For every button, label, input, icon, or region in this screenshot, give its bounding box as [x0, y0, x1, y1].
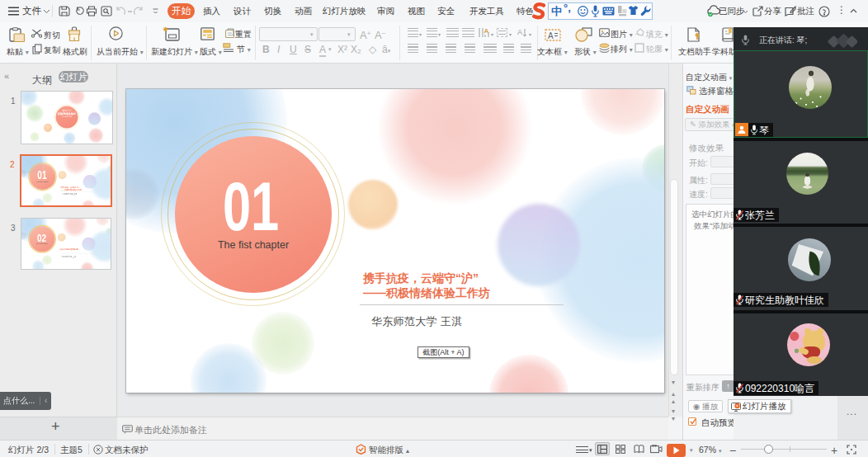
svg-text:A: A [517, 28, 522, 36]
svg-text:A: A [548, 31, 554, 40]
